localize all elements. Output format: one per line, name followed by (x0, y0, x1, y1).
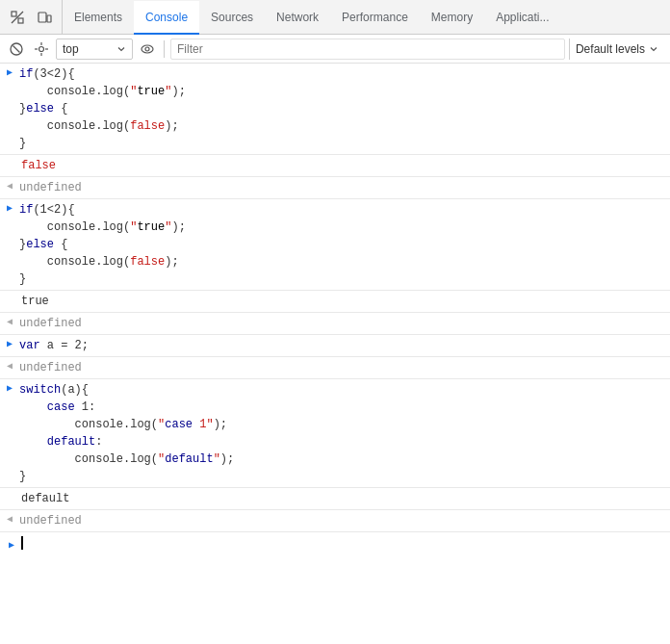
tab-console[interactable]: Console (134, 1, 199, 35)
levels-chevron-icon (649, 44, 658, 54)
tab-bar: Elements Console Sources Network Perform… (0, 0, 670, 35)
code-block: if(3<2){ console.log("true"); }else { co… (19, 64, 670, 154)
console-input-row: ▶if(1<2){ console.log("true"); }else { c… (0, 199, 670, 291)
settings-icon[interactable] (31, 39, 52, 60)
tab-elements[interactable]: Elements (63, 1, 134, 35)
console-undefined-row: ◀undefined (0, 313, 670, 335)
return-arrow: ◀ (0, 177, 19, 192)
undefined-value: undefined (19, 177, 670, 198)
return-arrow: ◀ (0, 357, 19, 372)
console-input-cursor-row[interactable]: ▶ (0, 532, 670, 554)
device-toolbar-icon[interactable] (33, 6, 56, 29)
log-levels-dropdown[interactable]: Default levels (569, 39, 664, 60)
filter-wrapper (170, 39, 565, 60)
filter-input[interactable] (171, 40, 564, 58)
undefined-value: undefined (19, 510, 670, 531)
clear-console-button[interactable] (6, 39, 27, 60)
tab-application[interactable]: Applicati... (484, 1, 560, 35)
svg-rect-0 (12, 12, 16, 16)
context-selector[interactable]: top (56, 39, 133, 60)
code-block: if(1<2){ console.log("true"); }else { co… (19, 199, 670, 290)
toolbar-divider (164, 40, 165, 58)
return-arrow: ◀ (0, 313, 19, 327)
console-input-row: ▶var a = 2; (0, 335, 670, 357)
return-arrow: ◀ (0, 510, 19, 525)
text-cursor (21, 536, 23, 550)
chevron-down-icon (116, 44, 126, 54)
output-value: true (21, 293, 49, 310)
svg-point-7 (39, 46, 44, 51)
devtools-icon-group (0, 0, 63, 34)
svg-rect-4 (47, 15, 51, 22)
tab-memory[interactable]: Memory (420, 1, 484, 35)
expand-arrow[interactable]: ▶ (0, 379, 19, 394)
svg-point-12 (142, 45, 153, 53)
tab-sources[interactable]: Sources (199, 1, 265, 35)
expand-arrow[interactable]: ▶ (0, 335, 19, 349)
svg-rect-1 (18, 18, 23, 23)
console-input-row: ▶switch(a){ case 1: console.log("case 1"… (0, 379, 670, 488)
expand-arrow[interactable]: ▶ (0, 199, 19, 214)
console-undefined-row: ◀undefined (0, 510, 670, 532)
svg-point-13 (145, 47, 149, 51)
undefined-value: undefined (19, 313, 670, 334)
svg-rect-3 (39, 13, 46, 22)
expand-arrow[interactable]: ▶ (0, 64, 19, 78)
prompt-arrow: ▶ (2, 536, 21, 551)
code-block: switch(a){ case 1: console.log("case 1")… (19, 379, 670, 487)
console-output-area: ▶if(3<2){ console.log("true"); }else { c… (0, 64, 670, 644)
console-output-row: false (0, 155, 670, 177)
undefined-value: undefined (19, 357, 670, 378)
console-toolbar: top Default levels (0, 35, 670, 64)
code-block: var a = 2; (19, 335, 670, 356)
output-value: default (21, 490, 69, 507)
output-value: false (21, 157, 56, 174)
console-output-row: default (0, 488, 670, 510)
tab-network[interactable]: Network (265, 1, 330, 35)
inspect-element-icon[interactable] (6, 6, 29, 29)
console-output-row: true (0, 291, 670, 313)
console-undefined-row: ◀undefined (0, 177, 670, 199)
tab-performance[interactable]: Performance (330, 1, 420, 35)
svg-line-6 (13, 45, 20, 52)
console-input-row: ▶if(3<2){ console.log("true"); }else { c… (0, 64, 670, 155)
console-undefined-row: ◀undefined (0, 357, 670, 379)
eye-icon[interactable] (137, 39, 158, 60)
svg-line-2 (12, 12, 23, 23)
